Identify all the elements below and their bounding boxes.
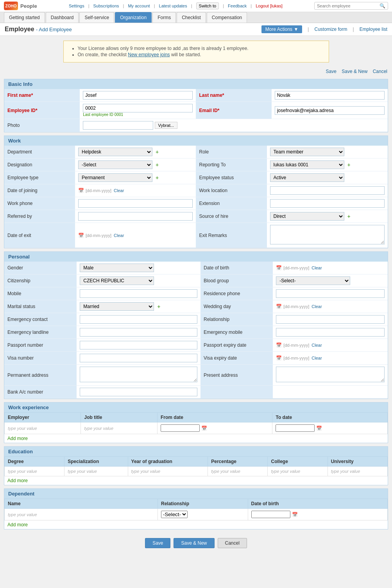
we-to-date-input[interactable] [276,424,315,432]
tab-compensation[interactable]: Compensation [207,12,247,23]
clear-joining-link[interactable]: Clear [114,188,124,193]
save-new-button[interactable]: Save & New [174,538,214,548]
first-name-value-cell [80,89,196,102]
bank-ac-input[interactable] [80,388,197,396]
work-row-2: Designation -Select + Reporting To lukas… [4,159,388,171]
clear-passport-link[interactable]: Clear [311,343,322,347]
tab-checklist[interactable]: Checklist [177,12,206,23]
dob-label: Date of birth [200,262,273,274]
dependent-header-row: Name Relationship Date of birth [5,499,388,509]
relationship-input[interactable] [276,315,385,324]
employee-status-select[interactable]: Active [270,173,344,182]
subscriptions-link[interactable]: Subscriptions [93,4,119,8]
logout-link[interactable]: Logout [lukas] [256,4,283,8]
tab-organization[interactable]: Organization [115,12,152,23]
designation-select[interactable]: -Select [78,160,152,169]
save-new-link-top[interactable]: Save & New [342,69,367,74]
gender-value-cell: Male Female [77,262,200,274]
education-add-more[interactable]: Add more [4,476,31,485]
employee-id-input[interactable] [83,104,193,112]
first-name-input[interactable] [83,91,193,100]
clear-wedding-link[interactable]: Clear [311,304,322,309]
work-phone-input[interactable] [78,199,193,208]
department-select[interactable]: Helpdesk [78,148,152,156]
mobile-label: Mobile [4,287,77,300]
role-select[interactable]: Team member [270,148,344,156]
bank-ac-label: Bank A/c number [4,386,77,399]
source-of-hire-select[interactable]: Direct [270,212,344,221]
emergency-landline-input[interactable] [80,328,197,337]
marital-status-add-icon[interactable]: + [157,303,160,310]
citizenship-select[interactable]: CZECH REPUBLIC [80,276,154,285]
dep-relationship-select[interactable]: -Select- [161,511,188,518]
employee-list-link[interactable]: Employee list [360,27,387,32]
source-of-hire-add-icon[interactable]: + [347,213,351,219]
tab-forms[interactable]: Forms [152,12,176,23]
last-name-input[interactable] [275,91,385,100]
search-input[interactable] [317,4,379,8]
clear-dob-link[interactable]: Clear [311,265,322,270]
save-button[interactable]: Save [145,538,170,548]
save-link-top[interactable]: Save [326,69,337,74]
employee-type-add-icon[interactable]: + [156,175,159,181]
extension-input[interactable] [270,199,385,208]
department-label: Department [4,146,75,159]
we-from-date-input[interactable] [161,424,200,432]
dep-dob-input[interactable] [251,511,290,518]
customize-form-link[interactable]: Customize form [314,27,347,32]
personal-table: Gender Male Female Date of birth 📅 [dd-m… [4,262,388,399]
emergency-contact-input[interactable] [80,315,197,324]
clear-visa-link[interactable]: Clear [311,356,322,360]
clear-exit-link[interactable]: Clear [114,233,124,238]
photo-label: Photo [4,119,80,132]
reporting-to-add-icon[interactable]: + [347,162,351,168]
new-employee-joins-link[interactable]: New employee joins [128,52,170,57]
referred-by-input[interactable] [78,212,193,221]
date-placeholder-joining: [dd-mm-yyyy] [86,188,111,193]
residence-phone-input[interactable] [276,289,385,298]
cancel-button[interactable]: Cancel [218,538,247,548]
photo-path-input[interactable] [83,121,153,130]
switch-to-button[interactable]: Switch to [196,2,219,9]
gender-label: Gender [4,262,77,274]
employee-type-select[interactable]: Permanent [78,173,152,182]
marital-status-select[interactable]: Married [80,302,154,311]
visa-number-input[interactable] [80,354,197,362]
designation-add-icon[interactable]: + [156,162,159,168]
work-experience-body: Employer Job title From date To date typ… [4,412,388,443]
cal-icon-exit: 📅 [78,233,84,238]
work-experience-header: Work experience [4,403,388,412]
dependent-add-more[interactable]: Add more [4,520,31,529]
photo-browse-button[interactable]: Vybrat... [155,122,178,129]
permanent-address-textarea[interactable] [80,367,197,382]
cancel-link-top[interactable]: Cancel [373,69,387,74]
passport-number-input[interactable] [80,341,197,349]
education-thead: Degree Specialization Year of graduation… [5,457,388,467]
emergency-mobile-input[interactable] [276,328,385,337]
department-value-cell: Helpdesk + [75,146,196,159]
tab-getting-started[interactable]: Getting started [4,12,45,23]
feedback-link[interactable]: Feedback [228,4,247,8]
cal-icon-we-from: 📅 [201,426,207,431]
more-actions-button[interactable]: More Actions ▼ [261,25,303,33]
cal-icon-dep-dob: 📅 [292,512,298,517]
mobile-input[interactable] [80,289,197,298]
work-experience-add-more[interactable]: Add more [4,434,31,443]
tab-self-service[interactable]: Self-service [79,12,114,23]
department-add-icon[interactable]: + [156,149,159,155]
gender-select[interactable]: Male Female [80,264,154,272]
blood-group-select[interactable]: -Select- [276,276,350,285]
email-id-input[interactable] [275,106,385,115]
latest-updates-link[interactable]: Latest updates [159,4,187,8]
my-account-link[interactable]: My account [128,4,150,8]
present-address-textarea[interactable] [276,367,385,382]
passport-expiry-label: Passport expiry date [200,339,273,352]
employee-status-label: Employee status [196,171,267,184]
we-employer-cell: type your value [5,422,81,434]
edu-specialization-header: Specialization [64,457,128,467]
tab-dashboard[interactable]: Dashboard [46,12,79,23]
exit-remarks-textarea[interactable] [270,225,385,244]
work-location-input[interactable] [270,186,385,195]
settings-link[interactable]: Settings [69,4,84,8]
reporting-to-select[interactable]: lukas lukas 0001 [270,160,344,169]
